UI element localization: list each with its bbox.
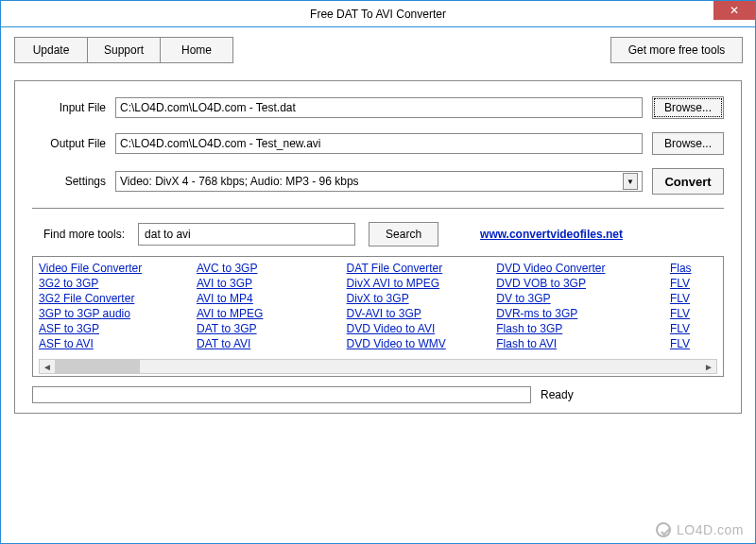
tool-link[interactable]: DivX to 3GP	[347, 291, 497, 306]
close-icon: ✕	[730, 4, 739, 17]
tool-link[interactable]: DV-AVI to 3GP	[347, 306, 497, 321]
find-tools-input[interactable]	[138, 223, 355, 246]
toolbar: Update Support Home Get more free tools	[14, 37, 742, 63]
content-area: Update Support Home Get more free tools …	[1, 27, 755, 423]
find-tools-label: Find more tools:	[43, 228, 125, 241]
support-button[interactable]: Support	[87, 37, 161, 63]
input-browse-button[interactable]: Browse...	[652, 96, 724, 119]
tool-link[interactable]: ASF to 3GP	[39, 321, 197, 336]
input-file-label: Input File	[32, 101, 106, 114]
watermark: LO4D.com	[656, 522, 744, 537]
settings-value: Video: DivX 4 - 768 kbps; Audio: MP3 - 9…	[120, 175, 623, 188]
titlebar: Free DAT To AVI Converter ✕	[1, 1, 755, 27]
status-text: Ready	[541, 388, 574, 401]
settings-select[interactable]: Video: DivX 4 - 768 kbps; Audio: MP3 - 9…	[115, 171, 643, 192]
watermark-text: LO4D.com	[677, 522, 744, 537]
tools-col-4: Flas FLV FLV FLV FLV FLV	[670, 261, 717, 351]
tool-link[interactable]: 3G2 File Converter	[39, 291, 197, 306]
tool-link[interactable]: DV to 3GP	[496, 291, 670, 306]
window-title: Free DAT To AVI Converter	[1, 8, 755, 21]
output-file-row: Output File Browse...	[32, 132, 724, 155]
tools-col-1: AVC to 3GP AVI to 3GP AVI to MP4 AVI to …	[197, 261, 347, 351]
scroll-right-icon[interactable]: ►	[701, 360, 716, 373]
divider	[32, 208, 724, 209]
input-file-row: Input File Browse...	[32, 96, 724, 119]
get-more-tools-button[interactable]: Get more free tools	[610, 37, 743, 63]
tool-link[interactable]: Flash to 3GP	[496, 321, 670, 336]
convert-button[interactable]: Convert	[652, 168, 724, 195]
tool-link[interactable]: ASF to AVI	[39, 336, 197, 351]
tool-link[interactable]: FLV	[670, 306, 717, 321]
tool-link[interactable]: Flash to AVI	[496, 336, 670, 351]
tool-link[interactable]: DAT File Converter	[347, 261, 497, 276]
input-file-field[interactable]	[115, 97, 643, 118]
scroll-thumb[interactable]	[55, 360, 140, 373]
tool-link[interactable]: FLV	[670, 276, 717, 291]
tools-col-3: DVD Video Converter DVD VOB to 3GP DV to…	[496, 261, 670, 351]
tool-link[interactable]: DVD Video to WMV	[347, 336, 497, 351]
tool-link[interactable]: DivX AVI to MPEG	[347, 276, 497, 291]
home-button[interactable]: Home	[160, 37, 233, 63]
tool-link[interactable]: AVI to MPEG	[197, 306, 347, 321]
close-button[interactable]: ✕	[713, 1, 755, 20]
status-row: Ready	[32, 386, 724, 403]
tool-link[interactable]: AVI to MP4	[197, 291, 347, 306]
tools-col-2: DAT File Converter DivX AVI to MPEG DivX…	[347, 261, 497, 351]
tool-link[interactable]: FLV	[670, 321, 717, 336]
app-window: Free DAT To AVI Converter ✕ Update Suppo…	[0, 0, 756, 544]
tools-list: Video File Converter 3G2 to 3GP 3G2 File…	[32, 256, 724, 377]
toolbar-spacer	[232, 37, 610, 63]
tool-link[interactable]: Flas	[670, 261, 717, 276]
tools-col-0: Video File Converter 3G2 to 3GP 3G2 File…	[39, 261, 197, 351]
progress-bar	[32, 386, 531, 403]
check-circle-icon	[656, 522, 671, 537]
tool-link[interactable]: DVR-ms to 3GP	[496, 306, 670, 321]
tools-columns: Video File Converter 3G2 to 3GP 3G2 File…	[39, 261, 717, 351]
tool-link[interactable]: FLV	[670, 291, 717, 306]
tool-link[interactable]: AVC to 3GP	[197, 261, 347, 276]
settings-label: Settings	[32, 175, 106, 188]
horizontal-scrollbar[interactable]: ◄ ►	[39, 359, 717, 374]
output-file-field[interactable]	[115, 133, 643, 154]
output-file-label: Output File	[32, 137, 106, 150]
output-browse-button[interactable]: Browse...	[652, 132, 724, 155]
settings-row: Settings Video: DivX 4 - 768 kbps; Audio…	[32, 168, 724, 195]
tool-link[interactable]: 3G2 to 3GP	[39, 276, 197, 291]
tool-link[interactable]: DVD Video Converter	[496, 261, 670, 276]
chevron-down-icon[interactable]: ▼	[623, 173, 638, 190]
search-button[interactable]: Search	[369, 222, 438, 246]
main-panel: Input File Browse... Output File Browse.…	[14, 80, 742, 414]
update-button[interactable]: Update	[14, 37, 88, 63]
scroll-left-icon[interactable]: ◄	[40, 360, 55, 373]
scroll-track[interactable]	[55, 360, 701, 373]
find-tools-row: Find more tools: Search www.convertvideo…	[32, 222, 724, 246]
tool-link[interactable]: 3GP to 3GP audio	[39, 306, 197, 321]
tool-link[interactable]: Video File Converter	[39, 261, 197, 276]
tool-link[interactable]: FLV	[670, 336, 717, 351]
tool-link[interactable]: DAT to AVI	[197, 336, 347, 351]
tool-link[interactable]: DVD VOB to 3GP	[496, 276, 670, 291]
site-link[interactable]: www.convertvideofiles.net	[480, 228, 623, 241]
tool-link[interactable]: DVD Video to AVI	[347, 321, 497, 336]
tool-link[interactable]: DAT to 3GP	[197, 321, 347, 336]
tool-link[interactable]: AVI to 3GP	[197, 276, 347, 291]
